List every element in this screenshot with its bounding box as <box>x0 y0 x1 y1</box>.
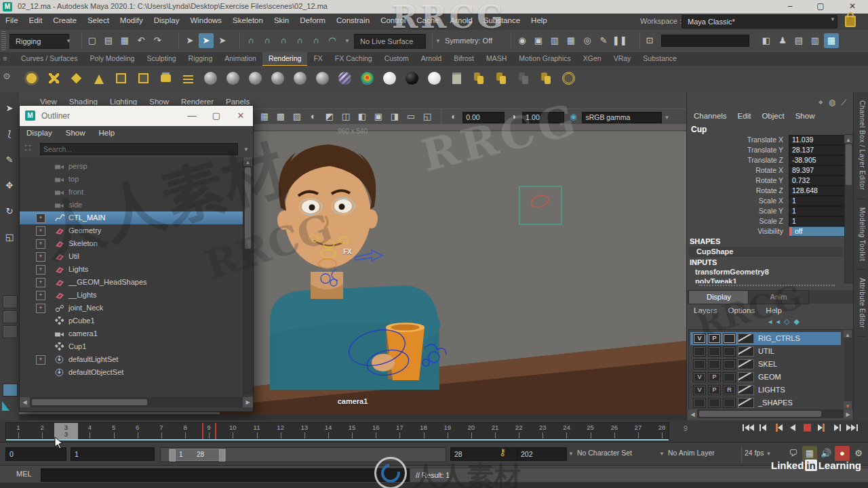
symmetry-label[interactable]: Symmetry: Off <box>445 37 492 45</box>
layer-row-geom[interactable]: VPGEOM <box>690 371 841 384</box>
menu-arnold[interactable]: Arnold <box>445 14 478 27</box>
menu-cache[interactable]: Cache <box>411 14 444 27</box>
lasso-tool-icon[interactable]: ⟅ <box>3 127 16 141</box>
range-bar[interactable]: 1 28 <box>169 449 226 461</box>
isolate-select-icon[interactable]: ▣ <box>371 109 386 124</box>
scrollbar-thumb[interactable] <box>846 144 852 185</box>
layer-playback-toggle[interactable] <box>708 398 721 408</box>
expand-icon[interactable]: + <box>36 291 45 300</box>
pause-ipr-icon[interactable]: ❚❚ <box>612 33 627 48</box>
paint-select-tool-icon[interactable]: ✎ <box>3 153 16 167</box>
layer-row-skel[interactable]: SKEL <box>690 358 841 371</box>
curve-graph-icon[interactable]: ⟋ <box>841 98 846 107</box>
scroll-right-icon[interactable]: ▶ <box>243 397 253 407</box>
lighting-all-icon[interactable]: ▦ <box>257 109 272 124</box>
frame-number-11[interactable]: 11 <box>247 424 267 431</box>
attribute-editor-toggle-icon[interactable]: ▤ <box>791 33 806 48</box>
playback-start-field[interactable]: 1 <box>71 447 155 461</box>
scrollbar-thumb[interactable] <box>699 411 821 417</box>
layer-row-util[interactable]: UTIL <box>690 345 841 358</box>
point-light-icon[interactable] <box>22 69 41 87</box>
expand-icon[interactable]: + <box>36 304 45 313</box>
multisample-aa-icon[interactable]: ◩ <box>322 109 337 124</box>
resolution-gate-icon[interactable]: ▭ <box>403 109 418 124</box>
chevron-down-icon[interactable]: ▼ <box>830 16 835 22</box>
save-scene-icon[interactable]: ▦ <box>117 33 132 48</box>
snap-curve-icon[interactable]: ∩ <box>260 33 275 48</box>
outliner-hscrollbar[interactable]: ◀ ▶ <box>20 397 253 407</box>
animation-preferences-icon[interactable]: ⚙ <box>851 446 866 461</box>
field-chart-icon[interactable]: ◨ <box>387 109 402 124</box>
channelbox-menu-object[interactable]: Object <box>756 110 789 122</box>
tab-display[interactable]: Display <box>688 290 749 304</box>
shading-group-icon[interactable] <box>537 69 555 87</box>
fog-icon[interactable]: ◫ <box>338 109 353 124</box>
side-tab-channel-box-layer-editor[interactable]: Channel Box / Layer Editor <box>856 92 866 199</box>
frame-number-23[interactable]: 23 <box>532 424 553 431</box>
gate-mask-icon[interactable]: ◱ <box>420 109 435 124</box>
shelf-tab-curves-surfaces[interactable]: Curves / Surfaces <box>15 52 83 65</box>
shelf-tab-rigging[interactable]: Rigging <box>182 52 219 65</box>
scroll-up-icon[interactable]: ▲ <box>243 157 252 166</box>
attr-value[interactable]: 1 <box>789 206 847 216</box>
attr-value[interactable]: 0.732 <box>789 176 847 186</box>
frame-number-2[interactable]: 2 <box>32 424 52 431</box>
undo-icon[interactable]: ↶ <box>134 33 149 48</box>
shelf-tab-rendering[interactable]: Rendering <box>262 52 307 66</box>
snap-point-icon[interactable]: ∩ <box>276 33 291 48</box>
outliner-item-defaultobjectset[interactable]: defaultObjectSet <box>20 366 243 379</box>
channel-scrollbar[interactable]: ▲ <box>844 134 854 283</box>
mel-label[interactable]: MEL <box>16 470 32 478</box>
shelf-tab-xgen[interactable]: XGen <box>577 52 608 65</box>
scale-tool-icon[interactable]: ◱ <box>3 230 16 244</box>
scroll-up-icon[interactable]: ▲ <box>844 135 852 143</box>
scroll-right-icon[interactable]: ▶ <box>844 409 852 418</box>
outliner-item-pcube1[interactable]: pCube1 <box>20 314 243 327</box>
color-management-icon[interactable]: ◉ <box>566 110 580 123</box>
shelf-tab-animation[interactable]: Animation <box>218 52 262 65</box>
outliner-title-bar[interactable]: M Outliner — ▢ ✕ <box>20 106 253 127</box>
layer-menu-options[interactable]: Options <box>723 304 761 317</box>
outliner-item-lights[interactable]: +__Lights <box>20 289 243 302</box>
paint-effects-icon[interactable]: ✎ <box>596 33 611 48</box>
minimize-icon[interactable]: – <box>780 1 800 12</box>
layer-display-type-toggle[interactable]: R <box>723 385 736 395</box>
outliner-item-top[interactable]: top <box>20 173 243 186</box>
chevron-down-icon[interactable]: ▼ <box>344 38 350 44</box>
select-tool-icon[interactable]: ⊡ <box>642 33 657 48</box>
quick-selection-field[interactable] <box>661 35 749 47</box>
ipr-render-icon[interactable]: ▥ <box>547 33 562 48</box>
chevron-down-icon[interactable]: ▼ <box>435 38 441 44</box>
outliner-item-joint-neck[interactable]: +joint_Neck <box>20 302 243 314</box>
exposure-field[interactable]: 0.00 <box>462 112 505 123</box>
layer-visibility-toggle[interactable]: V <box>693 333 706 344</box>
layer-color-swatch[interactable] <box>738 333 754 344</box>
panel-splitter[interactable] <box>699 285 835 286</box>
layout-persp-outliner-button[interactable] <box>3 325 18 338</box>
maximize-icon[interactable]: ▢ <box>207 110 226 122</box>
expand-icon[interactable]: + <box>36 265 45 274</box>
outliner-item-geom-headshapes[interactable]: +__GEOM_HeadShapes <box>20 276 243 289</box>
black-hole-shader-icon[interactable] <box>403 69 421 87</box>
outliner-item-ctl-main[interactable]: +CTL_MAIN <box>20 211 243 224</box>
channelbox-menu-edit[interactable]: Edit <box>732 110 757 122</box>
frame-number-26[interactable]: 26 <box>604 424 625 431</box>
filter-icon[interactable]: ⛶ <box>25 144 31 152</box>
frame-number-15[interactable]: 15 <box>342 424 362 431</box>
shelf-config-icon[interactable]: ⚙ <box>3 71 11 81</box>
layer-color-swatch[interactable] <box>738 372 754 382</box>
workspace-dropdown[interactable]: Maya Classic* <box>682 15 837 28</box>
mel-input[interactable] <box>41 468 411 482</box>
expand-icon[interactable]: + <box>36 252 45 262</box>
scroll-up-icon[interactable]: ▲ <box>844 330 852 338</box>
input-node-1-clipped[interactable]: polyTweak1 <box>695 277 831 283</box>
layer-menu-layers[interactable]: Layers <box>688 304 723 317</box>
expand-icon[interactable]: + <box>36 214 45 223</box>
menu-display[interactable]: Display <box>149 14 185 27</box>
layer-menu-help[interactable]: Help <box>760 304 787 317</box>
search-input[interactable] <box>40 143 238 155</box>
render-target-icon[interactable] <box>559 69 578 87</box>
playback-options-icon[interactable]: 🗩 <box>786 446 801 461</box>
layer-playback-toggle[interactable] <box>708 359 721 369</box>
frame-number-12[interactable]: 12 <box>271 424 291 431</box>
